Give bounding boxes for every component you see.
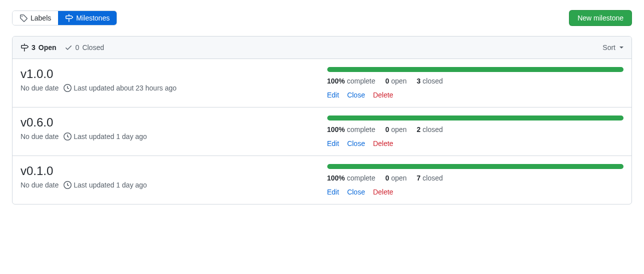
progress-bar bbox=[327, 67, 624, 72]
close-link[interactable]: Close bbox=[347, 140, 365, 148]
stats-row: 100% complete 0 open 3 closed bbox=[327, 77, 624, 85]
milestone-row: v0.1.0 No due date Last updated 1 day ag… bbox=[13, 156, 631, 204]
milestone-icon bbox=[65, 14, 73, 22]
updated-text: Last updated 1 day ago bbox=[74, 181, 147, 189]
closed-stat[interactable]: 7 closed bbox=[417, 174, 443, 182]
milestone-left: v1.0.0 No due date Last updated about 23… bbox=[21, 67, 317, 99]
milestone-title[interactable]: v0.6.0 bbox=[21, 116, 317, 130]
open-stat[interactable]: 0 open bbox=[385, 126, 407, 134]
open-label: Open bbox=[39, 44, 57, 52]
check-icon bbox=[65, 44, 73, 52]
due-date: No due date bbox=[21, 181, 59, 189]
actions-row: Edit Close Delete bbox=[327, 140, 624, 148]
milestones-box: 3 Open 0 Closed Sort v1.0.0 No due date bbox=[12, 36, 632, 204]
milestones-tab-text: Milestones bbox=[76, 14, 110, 22]
new-milestone-button[interactable]: New milestone bbox=[569, 10, 632, 26]
actions-row: Edit Close Delete bbox=[327, 188, 624, 196]
complete-stat: 100% complete bbox=[327, 77, 376, 85]
labels-tab-text: Labels bbox=[31, 14, 51, 22]
delete-link[interactable]: Delete bbox=[373, 91, 393, 99]
milestone-row: v0.6.0 No due date Last updated 1 day ag… bbox=[13, 108, 631, 156]
closed-filter[interactable]: 0 Closed bbox=[65, 44, 104, 52]
milestone-right: 100% complete 0 open 2 closed Edit Close… bbox=[327, 116, 624, 148]
stats-row: 100% complete 0 open 7 closed bbox=[327, 174, 624, 182]
milestone-left: v0.1.0 No due date Last updated 1 day ag… bbox=[21, 164, 317, 196]
open-filter[interactable]: 3 Open bbox=[21, 44, 57, 52]
sort-dropdown[interactable]: Sort bbox=[602, 44, 623, 52]
edit-link[interactable]: Edit bbox=[327, 188, 339, 196]
open-count: 3 bbox=[32, 44, 36, 52]
toolbar: Labels Milestones New milestone bbox=[12, 10, 632, 26]
updated-text: Last updated about 23 hours ago bbox=[74, 84, 177, 92]
last-updated: Last updated 1 day ago bbox=[64, 181, 147, 189]
last-updated: Last updated 1 day ago bbox=[64, 132, 147, 140]
milestone-meta: No due date Last updated 1 day ago bbox=[21, 132, 317, 140]
open-stat[interactable]: 0 open bbox=[385, 174, 407, 182]
edit-link[interactable]: Edit bbox=[327, 140, 339, 148]
open-stat[interactable]: 0 open bbox=[385, 77, 407, 85]
progress-bar bbox=[327, 164, 624, 169]
clock-icon bbox=[64, 84, 72, 92]
complete-stat: 100% complete bbox=[327, 174, 376, 182]
clock-icon bbox=[64, 181, 72, 189]
milestone-meta: No due date Last updated about 23 hours … bbox=[21, 84, 317, 92]
updated-text: Last updated 1 day ago bbox=[74, 132, 147, 140]
tag-icon bbox=[20, 14, 28, 22]
closed-stat[interactable]: 2 closed bbox=[417, 126, 443, 134]
close-link[interactable]: Close bbox=[347, 188, 365, 196]
stats-row: 100% complete 0 open 2 closed bbox=[327, 126, 624, 134]
milestone-meta: No due date Last updated 1 day ago bbox=[21, 181, 317, 189]
milestone-left: v0.6.0 No due date Last updated 1 day ag… bbox=[21, 116, 317, 148]
closed-label: Closed bbox=[82, 44, 104, 52]
milestone-icon bbox=[21, 44, 29, 52]
close-link[interactable]: Close bbox=[347, 91, 365, 99]
closed-stat[interactable]: 3 closed bbox=[417, 77, 443, 85]
caret-down-icon bbox=[619, 46, 623, 48]
complete-stat: 100% complete bbox=[327, 126, 376, 134]
milestones-list: v1.0.0 No due date Last updated about 23… bbox=[13, 59, 631, 204]
actions-row: Edit Close Delete bbox=[327, 91, 624, 99]
progress-bar bbox=[327, 116, 624, 120]
milestone-row: v1.0.0 No due date Last updated about 23… bbox=[13, 59, 631, 108]
milestone-title[interactable]: v1.0.0 bbox=[21, 67, 317, 81]
due-date: No due date bbox=[21, 132, 59, 140]
tab-group: Labels Milestones bbox=[12, 10, 117, 26]
delete-link[interactable]: Delete bbox=[373, 188, 393, 196]
edit-link[interactable]: Edit bbox=[327, 91, 339, 99]
clock-icon bbox=[64, 132, 72, 140]
filter-group: 3 Open 0 Closed bbox=[21, 44, 104, 52]
box-header: 3 Open 0 Closed Sort bbox=[13, 36, 631, 59]
sort-label: Sort bbox=[602, 44, 615, 52]
closed-count: 0 bbox=[76, 44, 80, 52]
due-date: No due date bbox=[21, 84, 59, 92]
last-updated: Last updated about 23 hours ago bbox=[64, 84, 177, 92]
labels-tab[interactable]: Labels bbox=[13, 11, 58, 25]
milestones-tab[interactable]: Milestones bbox=[58, 11, 117, 25]
delete-link[interactable]: Delete bbox=[373, 140, 393, 148]
milestone-right: 100% complete 0 open 7 closed Edit Close… bbox=[327, 164, 624, 196]
milestone-title[interactable]: v0.1.0 bbox=[21, 164, 317, 178]
milestone-right: 100% complete 0 open 3 closed Edit Close… bbox=[327, 67, 624, 99]
